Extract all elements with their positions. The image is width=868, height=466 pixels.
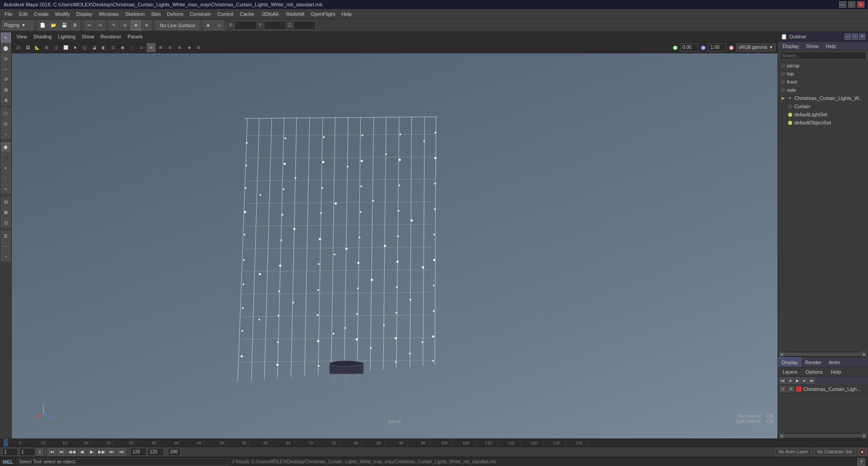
pb-play-fwd-btn[interactable]: ▶ (87, 448, 96, 456)
outliner-max-btn[interactable]: □ (852, 33, 858, 40)
ipr-btn[interactable]: ⊠ (1, 207, 11, 217)
vp-menu-view[interactable]: View (14, 33, 30, 40)
minimize-button[interactable]: — (839, 1, 846, 8)
undo-btn[interactable]: ↩ (84, 20, 94, 30)
menu-help[interactable]: Help (339, 10, 354, 18)
outliner-close-btn[interactable]: ✕ (859, 33, 865, 40)
menu-display[interactable]: Display (73, 10, 95, 18)
scroll-left-btn[interactable]: ◄ (779, 352, 784, 357)
ch-scroll-right[interactable]: ► (862, 433, 867, 438)
channel-hscrollbar[interactable]: ◄ ► (778, 433, 868, 438)
outliner-hscrollbar[interactable]: ◄ ► (778, 352, 868, 357)
save-as-btn[interactable]: 🗎 (70, 20, 80, 30)
anim-prev-key[interactable]: ⏮ (780, 377, 786, 384)
auto-key-btn[interactable]: ● (858, 448, 866, 456)
redo-btn[interactable]: ↪ (95, 20, 105, 30)
pb-end-btn[interactable]: ⏮ (117, 448, 126, 456)
vp-menu-shading[interactable]: Shading (31, 33, 54, 40)
vp-menu-lighting[interactable]: Lighting (55, 33, 78, 40)
vp-val2[interactable]: 1.00 (708, 43, 726, 52)
vp-tb-book[interactable]: 📐 (33, 43, 42, 52)
scale-tool-btn[interactable]: ⊞ (1, 85, 11, 95)
character-set-dropdown[interactable]: No Character Set (814, 448, 855, 456)
lasso-tool-btn[interactable]: ⊙ (1, 53, 11, 63)
scroll-right-btn[interactable]: ► (862, 352, 867, 357)
pb-play-back-btn[interactable]: ◀ (77, 448, 86, 456)
layout-btn2[interactable]: ⬛ (1, 152, 11, 162)
vp-val1[interactable]: 0.00 (680, 43, 698, 52)
anim-play[interactable]: ▶ (794, 377, 801, 384)
menu-modify[interactable]: Modify (52, 10, 72, 18)
tree-top[interactable]: 🎥 top (778, 70, 868, 78)
menu-skin[interactable]: Skin (148, 10, 163, 18)
x-field[interactable] (234, 21, 257, 30)
vp-tb-solid[interactable]: ■ (71, 43, 80, 52)
pb-next-frame-btn[interactable]: ▶▶ (97, 448, 106, 456)
menu-windows[interactable]: Windows (96, 10, 122, 18)
outliner-display-menu[interactable]: Display (780, 43, 801, 50)
ch-layers-menu[interactable]: Layers (780, 368, 800, 376)
vp-tb-wire[interactable]: ⬜ (61, 43, 70, 52)
menu-control[interactable]: Control (215, 10, 236, 18)
ch-help-menu[interactable]: Help (828, 368, 844, 376)
snap-btn2[interactable]: ◇ (214, 20, 224, 30)
anim-next-key[interactable]: ⏭ (809, 377, 815, 384)
select-tool-btn[interactable]: ↖ (1, 33, 11, 43)
pb-start-btn[interactable]: ⏮ (48, 448, 57, 456)
ch-scroll-left[interactable]: ◄ (779, 433, 784, 438)
menu-edit[interactable]: Edit (16, 10, 30, 18)
paint-tool-btn[interactable]: ⬤ (1, 43, 11, 53)
vp-tb-cam[interactable]: 🎥 (14, 43, 23, 52)
vp-tb-img[interactable]: 🖼 (23, 43, 32, 52)
playback-speed-field[interactable]: 200 (168, 448, 181, 456)
tab-anim[interactable]: Anim (825, 357, 844, 367)
vp-tb-light[interactable]: ◧ (99, 43, 108, 52)
ch-options-menu[interactable]: Options (803, 368, 825, 376)
pb-prev-key-btn[interactable]: ⏭ (57, 448, 67, 456)
paint-sel-btn[interactable]: ⊕ (131, 20, 141, 30)
tree-side[interactable]: 🎥 side (778, 86, 868, 94)
pb-next-key-btn[interactable]: ⏭ (107, 448, 116, 456)
tree-front[interactable]: 🎥 front (778, 78, 868, 86)
menu-file[interactable]: File (2, 10, 15, 18)
vp-tb-dof[interactable]: ○ (128, 43, 137, 52)
gamma-dropdown[interactable]: sRGB gamma ▼ (736, 43, 776, 52)
layout-btn4[interactable]: ⋮ (1, 173, 11, 183)
ch-scrollbar-track[interactable] (784, 434, 862, 437)
vp-tb-grid[interactable]: ⊞ (42, 43, 51, 52)
playback-end-field[interactable]: 120 (148, 448, 164, 456)
tree-default-object-set[interactable]: ⬤ defaultObjectSet (778, 119, 868, 127)
vp-tb-motion[interactable]: ⊙ (137, 43, 146, 52)
maximize-button[interactable]: □ (848, 1, 855, 8)
show-manip-btn[interactable]: ○ (1, 129, 11, 139)
outliner-search-input[interactable] (780, 52, 866, 60)
vp-tb-panel[interactable]: ◈ (185, 43, 194, 52)
vp-tb-ao[interactable]: ◉ (118, 43, 127, 52)
new-scene-btn[interactable]: 📄 (38, 20, 48, 30)
lasso-btn[interactable]: ⊙ (120, 20, 130, 30)
layer-playback-btn[interactable]: P (788, 386, 794, 392)
anim-next[interactable]: ► (801, 377, 808, 384)
anim-layer-dropdown[interactable]: No Anim Layer (775, 448, 811, 456)
menu-openflight[interactable]: OpenFlight (308, 10, 338, 18)
layer-row[interactable]: V P Christmas_Curtain_Ligh... (778, 385, 868, 394)
vp-menu-panels[interactable]: Panels (125, 33, 146, 40)
move-tool-btn[interactable]: ↔ (1, 64, 11, 74)
render-seq-btn[interactable]: ⊡ (1, 218, 11, 228)
layout-btn1[interactable]: ⬢ (1, 142, 11, 152)
universal-tool-btn[interactable]: ⊕ (1, 95, 11, 105)
vp-tb-tex[interactable]: ◱ (80, 43, 89, 52)
select-btn[interactable]: ↖ (109, 20, 119, 30)
current-frame-field1[interactable]: 1 (19, 448, 35, 456)
vp-tb-shade[interactable]: ◪ (90, 43, 99, 52)
tab-display[interactable]: Display (778, 357, 801, 367)
menu-deform[interactable]: Deform (164, 10, 186, 18)
move-btn[interactable]: ✛ (142, 20, 152, 30)
vp-tb-tex2[interactable]: ⊡ (109, 43, 118, 52)
vp-clr-icon3[interactable]: ⬤ (727, 43, 736, 52)
snap-btn1[interactable]: ◈ (203, 20, 213, 30)
open-scene-btn[interactable]: 📂 (48, 20, 58, 30)
tab-render[interactable]: Render (801, 357, 825, 367)
timeline-ruler[interactable]: 5 10 15 20 25 30 35 40 45 50 5 (0, 439, 868, 447)
help-line-icon[interactable]: ? (857, 458, 865, 466)
